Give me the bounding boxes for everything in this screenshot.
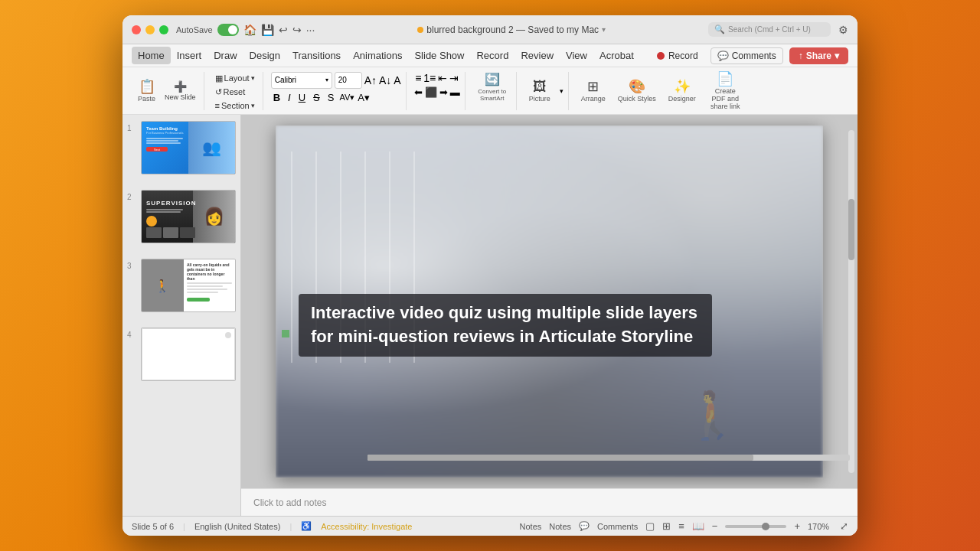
accessibility-info[interactable]: Accessibility: Investigate (321, 522, 412, 531)
reset-button[interactable]: ↺ Reset (212, 86, 249, 99)
increase-indent-button[interactable]: ⇥ (449, 72, 459, 84)
font-size-selector[interactable]: 20 (335, 72, 362, 89)
bullet-list-button[interactable]: ≡ (415, 72, 421, 84)
fullscreen-button[interactable] (159, 25, 168, 34)
decrease-indent-button[interactable]: ⇤ (438, 72, 447, 84)
search-box[interactable]: 🔍 Search (Cmd + Ctrl + U) (708, 22, 831, 37)
toolbar-group-font: Calibri ▾ 20 A↑ A↓ A B I U S S AV▾ A▾ (266, 72, 407, 110)
menu-design[interactable]: Design (243, 47, 286, 64)
view-reading-icon[interactable]: 📖 (692, 520, 704, 532)
redo-icon[interactable]: ↪ (292, 24, 302, 36)
convert-smartart-label[interactable]: Convert to SmartArt (473, 88, 511, 102)
zoom-level[interactable]: 170% (808, 522, 832, 531)
slide-thumb-4[interactable] (141, 328, 236, 381)
create-pdf-icon: 📄 (717, 72, 733, 86)
menu-acrobat[interactable]: Acrobat (593, 47, 640, 64)
slide-text-overlay[interactable]: Interactive video quiz using multiple sl… (299, 294, 712, 357)
notes-label[interactable]: Notes (549, 522, 571, 531)
paste-button[interactable]: 📋 Paste (133, 77, 160, 106)
share-settings-icon[interactable]: ⚙ (838, 24, 848, 36)
comments-status-label[interactable]: Comments (597, 522, 638, 531)
numbered-list-button[interactable]: 1≡ (423, 72, 436, 84)
search-placeholder: Search (Cmd + Ctrl + U) (728, 25, 811, 34)
picture-button[interactable]: 🖼 Picture (524, 77, 555, 106)
font-color-button[interactable]: A▾ (358, 92, 370, 103)
comments-label: Comments (732, 51, 776, 61)
section-button[interactable]: ≡ Section ▾ (212, 99, 258, 112)
align-left-button[interactable]: ⬅ (414, 86, 423, 98)
menu-review[interactable]: Review (514, 47, 560, 64)
undo-icon[interactable]: ↩ (279, 24, 288, 36)
notes-status-button[interactable]: Notes (520, 522, 542, 531)
menu-insert[interactable]: Insert (171, 47, 208, 64)
slide3-image: 🚶 (142, 259, 184, 311)
menu-view[interactable]: View (560, 47, 593, 64)
toggle-knob (228, 25, 237, 34)
menu-draw[interactable]: Draw (207, 47, 243, 64)
section-label: Section (221, 101, 250, 110)
slide-thumb-2[interactable]: SUPERVISION 👩 (141, 190, 236, 243)
layout-button[interactable]: ▦ Layout ▾ (212, 72, 258, 85)
horizontal-scrollbar[interactable] (368, 455, 850, 461)
designer-label: Designer (668, 95, 696, 103)
view-outline-icon[interactable]: ≡ (678, 520, 684, 532)
view-grid-icon[interactable]: ⊞ (662, 520, 671, 532)
create-pdf-button[interactable]: 📄 Create PDF and share link (704, 69, 747, 113)
close-button[interactable] (132, 25, 141, 34)
comments-status-button[interactable]: 💬 (579, 521, 590, 531)
chevron-down-icon: ▾ (602, 25, 606, 34)
slide-number-2: 2 (127, 193, 136, 201)
menu-transitions[interactable]: Transitions (286, 47, 347, 64)
slide-item-2[interactable]: 2 SUPERVISION 👩 (127, 190, 236, 243)
align-right-button[interactable]: ➡ (439, 86, 448, 98)
view-normal-icon[interactable]: ▢ (645, 520, 655, 532)
toolbar-group-lists: ≡ 1≡ ⇤ ⇥ ⬅ ⬛ ➡ ▬ (410, 72, 466, 110)
menu-record[interactable]: Record (470, 47, 514, 64)
zoom-out-button[interactable]: − (712, 520, 718, 532)
notes-bar[interactable]: Click to add notes (241, 488, 858, 516)
fit-to-window-icon[interactable]: ⤢ (840, 520, 848, 532)
decrease-font-icon[interactable]: A↓ (379, 74, 391, 86)
share-button[interactable]: ↑ Share ▾ (789, 47, 848, 64)
bold-button[interactable]: B (271, 91, 283, 104)
font-family-selector[interactable]: Calibri ▾ (271, 72, 332, 89)
slide-item-4[interactable]: 4 (127, 328, 236, 381)
align-center-button[interactable]: ⬛ (425, 86, 437, 98)
picture-chevron[interactable]: ▾ (560, 87, 564, 95)
italic-button[interactable]: I (286, 91, 293, 104)
slide-thumb-3[interactable]: 🚶 All carry-on liquids and gels must be … (141, 259, 236, 312)
underline-button[interactable]: U (296, 91, 308, 104)
quick-styles-button[interactable]: 🎨 Quick Styles (613, 77, 661, 106)
menu-animations[interactable]: Animations (347, 47, 408, 64)
increase-font-icon[interactable]: A↑ (364, 74, 377, 86)
slide-scrollbar[interactable] (848, 130, 854, 473)
slide-canvas[interactable]: 🚶 Interactive video quiz using multiple … (276, 126, 823, 478)
share-icon: ↑ (799, 51, 803, 61)
zoom-in-button[interactable]: + (794, 520, 800, 532)
slide3-content: All carry-on liquids and gels must be in… (184, 259, 235, 311)
autosave-toggle[interactable] (217, 24, 239, 36)
arrange-button[interactable]: ⊞ Arrange (577, 77, 610, 106)
menu-slide-show[interactable]: Slide Show (408, 47, 470, 64)
record-dot (657, 52, 665, 60)
menu-bar: Home Insert Draw Design Transitions Anim… (122, 44, 858, 67)
slide-item-3[interactable]: 3 🚶 All carry-on liquids and gels must b… (127, 259, 236, 312)
designer-button[interactable]: ✨ Designer (664, 77, 701, 106)
slide-thumb-1[interactable]: Team Building For Business Professionals… (141, 121, 236, 174)
more-icon[interactable]: ··· (306, 24, 315, 36)
new-slide-button[interactable]: ➕ New Slide (162, 79, 199, 103)
record-button[interactable]: Record (651, 48, 704, 64)
char-spacing-button[interactable]: AV▾ (339, 93, 354, 103)
minimize-button[interactable] (145, 25, 155, 34)
clear-format-icon[interactable]: A (394, 74, 400, 86)
menu-home[interactable]: Home (132, 47, 171, 64)
picture-label: Picture (529, 95, 550, 103)
shadow-button[interactable]: S (325, 91, 337, 104)
comments-button[interactable]: 💬 Comments (710, 47, 783, 64)
slide-item-1[interactable]: 1 Team Building For Business Professiona… (127, 121, 236, 174)
justify-button[interactable]: ▬ (450, 86, 460, 98)
slide-thumb-inner-4 (142, 328, 235, 380)
strikethrough-button[interactable]: S (311, 91, 322, 104)
section-icon: ≡ (215, 101, 220, 110)
zoom-slider[interactable] (725, 525, 786, 528)
